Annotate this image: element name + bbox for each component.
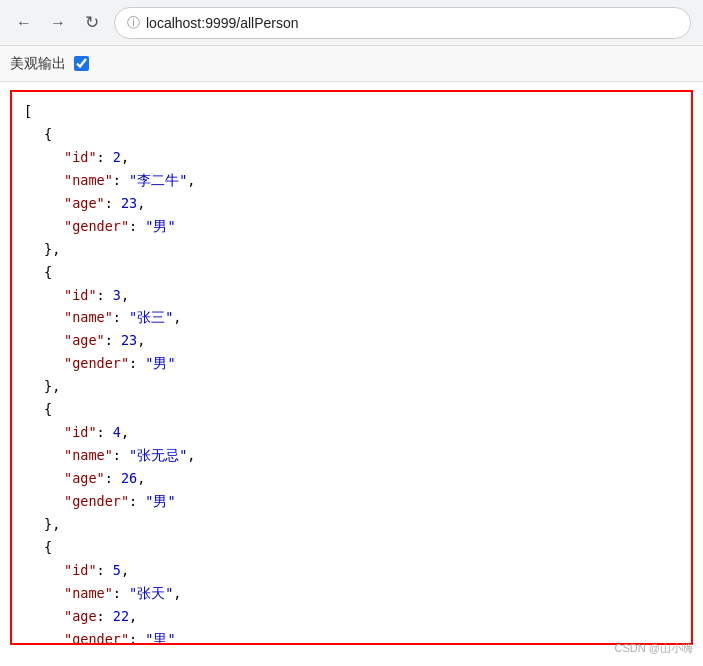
obj3-name: "name": "张无忌", [24, 444, 679, 467]
obj3-close: }, [24, 513, 679, 536]
obj2-id: "id": 3, [24, 284, 679, 307]
browser-chrome: ← → ↻ ⓘ localhost:9999/allPerson [0, 0, 703, 46]
obj1-gender: "gender": "男" [24, 215, 679, 238]
obj3-open: { [24, 398, 679, 421]
obj3-id: "id": 4, [24, 421, 679, 444]
obj4-id: "id": 5, [24, 559, 679, 582]
obj4-age: "age: 22, [24, 605, 679, 628]
obj1-name: "name": "李二牛", [24, 169, 679, 192]
obj1-id: "id": 2, [24, 146, 679, 169]
back-button[interactable]: ← [12, 11, 36, 35]
pretty-print-label: 美观输出 [10, 55, 66, 73]
obj2-gender: "gender": "男" [24, 352, 679, 375]
obj4-gender: "gender": "里" [24, 628, 679, 645]
obj2-open: { [24, 261, 679, 284]
obj2-age: "age": 23, [24, 329, 679, 352]
obj3-gender: "gender": "男" [24, 490, 679, 513]
obj1-open: { [24, 123, 679, 146]
reload-button[interactable]: ↻ [80, 11, 104, 35]
obj4-open: { [24, 536, 679, 559]
toolbar: 美观输出 [0, 46, 703, 82]
obj2-name: "name": "张三", [24, 306, 679, 329]
obj3-age: "age": 26, [24, 467, 679, 490]
obj1-age: "age": 23, [24, 192, 679, 215]
pretty-print-checkbox[interactable] [74, 56, 89, 71]
info-icon: ⓘ [127, 14, 140, 32]
obj2-close: }, [24, 375, 679, 398]
json-content: [ { "id": 2, "name": "李二牛", "age": 23, "… [10, 90, 693, 645]
forward-button[interactable]: → [46, 11, 70, 35]
watermark: CSDN @山小嗨 [615, 641, 693, 656]
outer-open-bracket: [ [24, 103, 32, 119]
url-text: localhost:9999/allPerson [146, 15, 299, 31]
address-bar[interactable]: ⓘ localhost:9999/allPerson [114, 7, 691, 39]
obj1-close: }, [24, 238, 679, 261]
obj4-name: "name": "张天", [24, 582, 679, 605]
